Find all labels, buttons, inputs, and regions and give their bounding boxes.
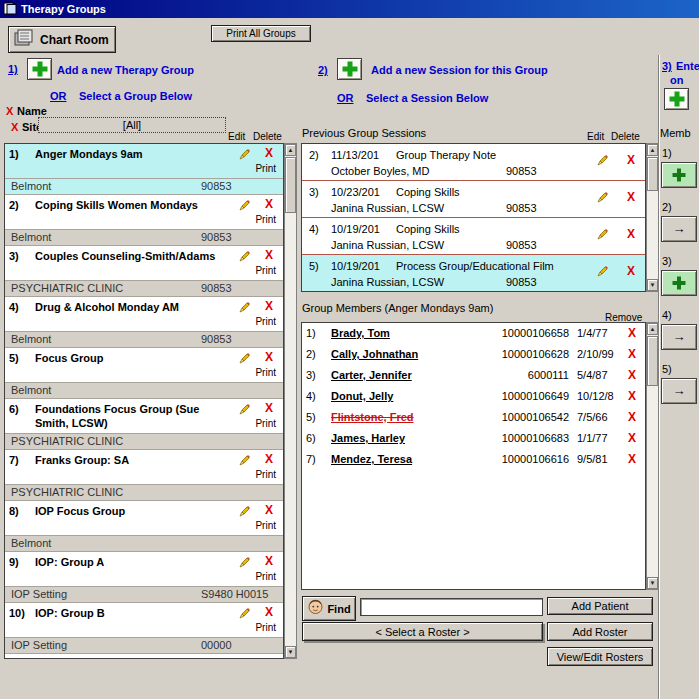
delete-icon[interactable]: X <box>265 299 273 313</box>
session-row[interactable]: 2)11/13/201Group Therapy NoteOctober Boy… <box>302 144 645 181</box>
step3-label[interactable]: 3) <box>662 60 672 72</box>
delete-icon[interactable]: X <box>265 452 273 466</box>
group-row[interactable]: 1)Anger Mondays 9amXPrintBelmont90853 <box>5 144 283 195</box>
find-button[interactable]: Find <box>302 596 356 621</box>
scroll-thumb[interactable] <box>647 336 658 386</box>
group-name[interactable]: Anger Mondays 9am <box>35 147 227 176</box>
delete-icon[interactable]: X <box>627 264 635 278</box>
session-list[interactable]: 2)11/13/201Group Therapy NoteOctober Boy… <box>301 143 646 292</box>
add-note-button[interactable] <box>661 162 697 188</box>
remove-member-icon[interactable]: X <box>623 386 641 407</box>
delete-icon[interactable]: X <box>627 227 635 241</box>
group-row[interactable]: 3)Couples Counseling-Smith/AdamsXPrintPS… <box>5 246 283 297</box>
print-link[interactable]: Print <box>255 417 276 431</box>
group-name[interactable]: Foundations Focus Group (Sue Smith, LCSW… <box>35 402 227 431</box>
delete-icon[interactable]: X <box>265 503 273 517</box>
add-session-plus-button[interactable] <box>337 58 362 80</box>
member-name[interactable]: James, Harley <box>331 428 477 449</box>
edit-icon[interactable] <box>596 191 609 204</box>
remove-member-icon[interactable]: X <box>623 428 641 449</box>
remove-member-icon[interactable]: X <box>623 407 641 428</box>
scroll-down-icon[interactable]: ▼ <box>647 577 658 589</box>
member-name[interactable]: Flintstone, Fred <box>331 407 477 428</box>
edit-icon[interactable] <box>238 454 251 467</box>
delete-icon[interactable]: X <box>265 554 273 568</box>
scroll-thumb[interactable] <box>285 157 296 213</box>
member-row[interactable]: 2)Cally, Johnathan100001066282/10/99X <box>302 344 645 365</box>
group-row[interactable]: 6)Foundations Focus Group (Sue Smith, LC… <box>5 399 283 450</box>
session-title[interactable]: Process Group/Educational Film <box>396 260 554 272</box>
member-note-row[interactable]: 2)→ <box>661 201 699 242</box>
group-name[interactable]: Drug & Alcohol Monday AM <box>35 300 227 329</box>
print-link[interactable]: Print <box>255 366 276 380</box>
delete-icon[interactable]: X <box>265 350 273 364</box>
member-row[interactable]: 5)Flintstone, Fred100001065427/5/66X <box>302 407 645 428</box>
remove-member-icon[interactable]: X <box>623 449 641 470</box>
member-row[interactable]: 4)Donut, Jelly1000010664910/12/8X <box>302 386 645 407</box>
session-title[interactable]: Group Therapy Note <box>396 149 496 161</box>
group-name[interactable]: Coping Skills Women Mondays <box>35 198 227 227</box>
edit-icon[interactable] <box>238 403 251 416</box>
edit-icon[interactable] <box>596 265 609 278</box>
group-name[interactable]: Focus Group <box>35 351 227 380</box>
therapy-group-list[interactable]: 1)Anger Mondays 9amXPrintBelmont908532)C… <box>4 143 284 659</box>
scroll-up-icon[interactable]: ▲ <box>285 144 296 156</box>
delete-icon[interactable]: X <box>265 248 273 262</box>
member-note-row[interactable]: 5)→ <box>661 363 699 404</box>
member-name[interactable]: Brady, Tom <box>331 323 477 344</box>
edit-icon[interactable] <box>238 607 251 620</box>
select-group-link[interactable]: Select a Group Below <box>79 90 192 102</box>
group-name[interactable]: Couples Counseling-Smith/Adams <box>35 249 227 278</box>
group-name[interactable]: Franks Group: SA <box>35 453 227 482</box>
remove-member-icon[interactable]: X <box>623 323 641 344</box>
member-row[interactable]: 1)Brady, Tom100001066581/4/77X <box>302 323 645 344</box>
group-list-scrollbar[interactable]: ▲ ▼ <box>284 143 297 659</box>
clear-site-filter-icon[interactable]: X <box>11 121 18 133</box>
open-note-arrow-button[interactable]: → <box>661 216 697 242</box>
member-row[interactable]: 7)Mendez, Teresa100001066169/5/81X <box>302 449 645 470</box>
delete-icon[interactable]: X <box>627 153 635 167</box>
select-session-link[interactable]: Select a Session Below <box>366 92 488 104</box>
scroll-up-icon[interactable]: ▲ <box>647 323 658 335</box>
edit-icon[interactable] <box>238 505 251 518</box>
group-row[interactable]: 8)IOP Focus GroupXPrintBelmont <box>5 501 283 552</box>
print-link[interactable]: Print <box>255 213 276 227</box>
remove-member-icon[interactable]: X <box>623 344 641 365</box>
session-row[interactable]: 5)10/19/201Process Group/Educational Fil… <box>302 255 645 292</box>
open-note-arrow-button[interactable]: → <box>661 378 697 404</box>
member-note-row[interactable]: 4)→ <box>661 309 699 350</box>
member-name[interactable]: Donut, Jelly <box>331 386 477 407</box>
roster-select-dropdown[interactable]: < Select a Roster > <box>302 622 543 641</box>
session-title[interactable]: Coping Skills <box>396 186 460 198</box>
edit-icon[interactable] <box>238 556 251 569</box>
member-name[interactable]: Carter, Jennifer <box>331 365 477 386</box>
step1-label[interactable]: 1) <box>8 63 18 75</box>
print-all-groups-button[interactable]: Print All Groups <box>211 25 311 42</box>
session-row[interactable]: 4)10/19/201Coping SkillsJanina Russian, … <box>302 218 645 255</box>
delete-icon[interactable]: X <box>265 401 273 415</box>
member-name[interactable]: Mendez, Teresa <box>331 449 477 470</box>
member-name[interactable]: Cally, Johnathan <box>331 344 477 365</box>
group-row[interactable]: 9)IOP: Group AXPrintIOP SettingS9480 H00… <box>5 552 283 603</box>
scroll-down-icon[interactable]: ▼ <box>647 279 658 291</box>
add-group-link[interactable]: Add a new Therapy Group <box>57 64 194 76</box>
print-link[interactable]: Print <box>255 519 276 533</box>
add-group-plus-button[interactable] <box>27 58 52 80</box>
step2-label[interactable]: 2) <box>318 64 328 76</box>
patient-search-input[interactable] <box>360 598 543 616</box>
edit-icon[interactable] <box>238 301 251 314</box>
print-link[interactable]: Print <box>255 264 276 278</box>
edit-icon[interactable] <box>238 352 251 365</box>
member-note-row[interactable]: 3) <box>661 255 699 296</box>
delete-icon[interactable]: X <box>265 197 273 211</box>
group-name[interactable]: IOP Focus Group <box>35 504 227 533</box>
group-row[interactable]: 2)Coping Skills Women MondaysXPrintBelmo… <box>5 195 283 246</box>
delete-icon[interactable]: X <box>265 146 273 160</box>
group-name[interactable]: IOP: Group B <box>35 606 227 635</box>
scroll-down-icon[interactable]: ▼ <box>285 646 296 658</box>
print-link[interactable]: Print <box>255 621 276 635</box>
member-row[interactable]: 3)Carter, Jennifer60001115/4/87X <box>302 365 645 386</box>
print-link[interactable]: Print <box>255 570 276 584</box>
edit-icon[interactable] <box>596 154 609 167</box>
group-row[interactable]: 7)Franks Group: SAXPrintPSYCHIATRIC CLIN… <box>5 450 283 501</box>
